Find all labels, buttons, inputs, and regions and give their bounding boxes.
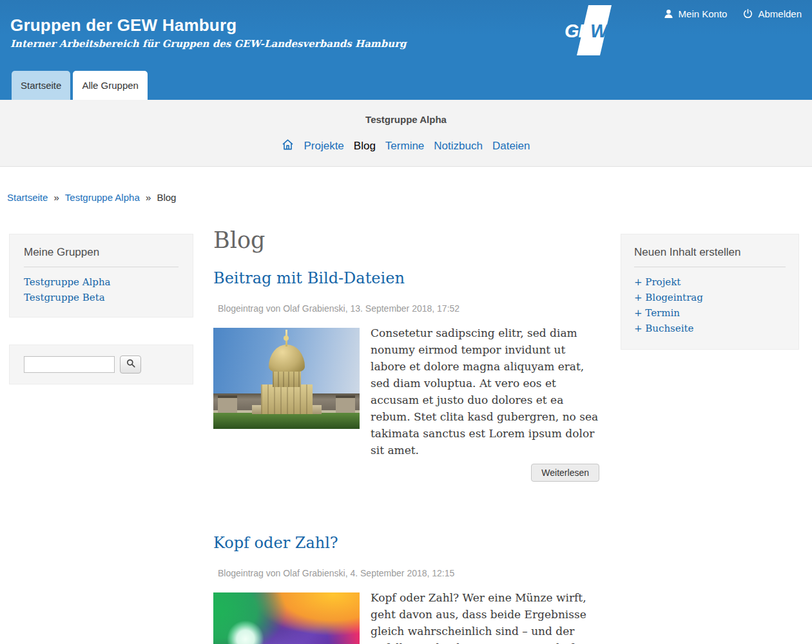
account-menu: Mein Konto Abmelden (663, 8, 802, 19)
group-nav-projekte[interactable]: Projekte (304, 140, 343, 153)
list-item: + Projekt (634, 274, 786, 290)
list-item: Testgruppe Beta (24, 290, 179, 305)
pavilion-right (336, 395, 355, 413)
tab-startseite[interactable]: Startseite (12, 71, 70, 100)
create-projekt-link[interactable]: + Projekt (634, 276, 681, 288)
site-title[interactable]: Gruppen der GEW Hamburg (10, 15, 237, 35)
group-header-band: Testgruppe Alpha Projekte Blog Termine N… (0, 100, 812, 167)
group-nav-notizbuch[interactable]: Notizbuch (434, 140, 483, 153)
group-nav-termine[interactable]: Termine (385, 140, 424, 153)
main-content: Blog Beitrag mit Bild-Dateien Blogeintra… (213, 227, 599, 644)
list-item: + Buchseite (634, 321, 786, 336)
post-meta: Blogeintrag von Olaf Grabienski, 13. Sep… (213, 303, 599, 314)
read-more-button[interactable]: Weiterlesen (531, 464, 599, 482)
post-body: Consetetur sadipscing elitr, sed diam no… (371, 325, 599, 459)
home-icon (282, 138, 294, 154)
breadcrumb-startseite[interactable]: Startseite (7, 192, 48, 203)
lawn (213, 413, 360, 429)
logout-label: Abmelden (758, 8, 802, 19)
magnifier-icon (126, 358, 136, 371)
create-blogeintrag-link[interactable]: + Blogeintrag (634, 292, 703, 303)
post-image-les-invalides (213, 328, 360, 429)
blog-post: Beitrag mit Bild-Dateien Blogeintrag von… (213, 269, 599, 482)
breadcrumb-separator: » (146, 192, 151, 203)
list-item: + Blogeintrag (634, 290, 786, 305)
my-groups-box: Meine Gruppen Testgruppe Alpha Testgrupp… (9, 234, 193, 317)
site-header: Gruppen der GEW Hamburg Interner Arbeits… (0, 0, 812, 100)
breadcrumb-current: Blog (157, 192, 176, 203)
search-box (9, 345, 193, 384)
post-title-link[interactable]: Beitrag mit Bild-Dateien (213, 269, 405, 287)
post-image-bokeh (213, 592, 360, 644)
post-content-row: Kopf oder Zahl? Wer eine Münze wirft, ge… (213, 592, 599, 644)
golden-dome (269, 345, 305, 372)
create-content-title: Neuen Inhalt erstellen (634, 246, 786, 267)
group-nav-home-link[interactable] (282, 138, 294, 154)
create-termin-link[interactable]: + Termin (634, 307, 680, 319)
page: Gruppen der GEW Hamburg Interner Arbeits… (0, 0, 812, 644)
create-buchseite-link[interactable]: + Buchseite (634, 323, 693, 334)
logout-link[interactable]: Abmelden (742, 8, 802, 19)
breadcrumb: Startseite » Testgruppe Alpha » Blog (7, 192, 176, 203)
gew-logo: GEW (565, 5, 610, 55)
my-account-link[interactable]: Mein Konto (663, 8, 728, 19)
group-nav: Projekte Blog Termine Notizbuch Dateien (0, 138, 812, 154)
group-title: Testgruppe Alpha (0, 114, 812, 125)
left-sidebar: Meine Gruppen Testgruppe Alpha Testgrupp… (9, 234, 193, 384)
group-nav-dateien[interactable]: Dateien (492, 140, 530, 153)
search-input[interactable] (24, 356, 115, 373)
right-sidebar: Neuen Inhalt erstellen + Projekt + Bloge… (621, 234, 799, 350)
page-title: Blog (213, 227, 599, 254)
search-button[interactable] (120, 355, 141, 374)
building-facade (261, 384, 313, 414)
post-title: Kopf oder Zahl? (213, 533, 599, 553)
group-link-testgruppe-beta[interactable]: Testgruppe Beta (24, 292, 105, 303)
pavilion-left (218, 395, 237, 413)
my-groups-title: Meine Gruppen (24, 246, 179, 267)
post-title: Beitrag mit Bild-Dateien (213, 269, 599, 288)
tab-alle-gruppen[interactable]: Alle Gruppen (73, 71, 148, 100)
breadcrumb-testgruppe-alpha[interactable]: Testgruppe Alpha (65, 192, 140, 203)
person-icon (663, 8, 674, 19)
read-more-row: Weiterlesen (213, 464, 599, 482)
my-account-label: Mein Konto (679, 8, 728, 19)
blog-post: Kopf oder Zahl? Blogeintrag von Olaf Gra… (213, 533, 599, 644)
primary-tabs: Startseite Alle Gruppen (12, 71, 148, 100)
list-item: Testgruppe Alpha (24, 274, 179, 290)
post-meta: Blogeintrag von Olaf Grabienski, 4. Sept… (213, 568, 599, 578)
post-title-link[interactable]: Kopf oder Zahl? (213, 534, 338, 552)
create-content-box: Neuen Inhalt erstellen + Projekt + Bloge… (621, 234, 799, 350)
power-icon (742, 8, 753, 19)
group-nav-blog[interactable]: Blog (354, 140, 376, 153)
spire-ball (284, 336, 289, 341)
group-link-testgruppe-alpha[interactable]: Testgruppe Alpha (24, 276, 111, 288)
breadcrumb-separator: » (54, 192, 59, 203)
list-item: + Termin (634, 305, 786, 321)
site-subtitle: Interner Arbeitsbereich für Gruppen des … (10, 38, 407, 50)
my-groups-list: Testgruppe Alpha Testgruppe Beta (24, 274, 179, 305)
post-body: Kopf oder Zahl? Wer eine Münze wirft, ge… (371, 589, 599, 644)
gew-logo-text: GEW (565, 21, 607, 42)
create-content-list: + Projekt + Blogeintrag + Termin + Buchs… (634, 274, 786, 336)
post-content-row: Consetetur sadipscing elitr, sed diam no… (213, 328, 599, 459)
